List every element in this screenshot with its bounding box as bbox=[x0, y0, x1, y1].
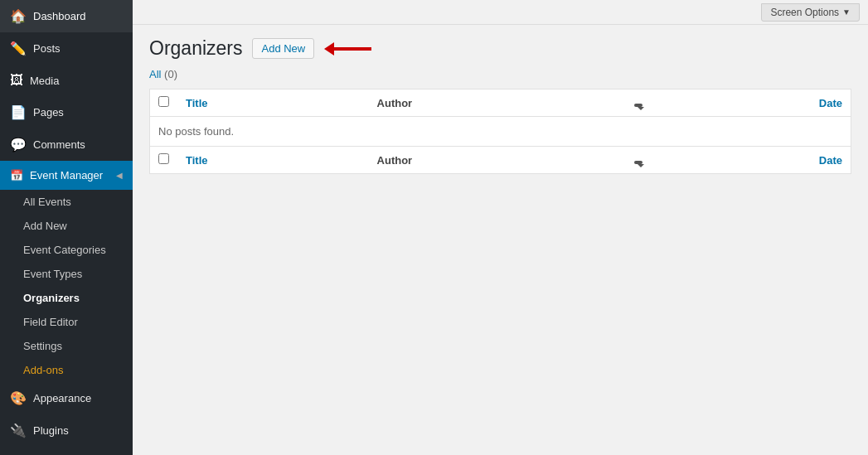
select-all-checkbox[interactable] bbox=[158, 96, 169, 107]
chevron-down-icon: ▼ bbox=[842, 7, 851, 17]
date-col-header[interactable]: Date bbox=[651, 90, 851, 117]
sidebar-item-event-categories[interactable]: Event Categories bbox=[0, 238, 133, 262]
filter-count: (0) bbox=[164, 68, 177, 80]
no-posts-row: No posts found. bbox=[150, 117, 851, 147]
sidebar-item-event-manager[interactable]: 📅 Event Manager ◀ bbox=[0, 161, 133, 190]
sidebar-item-posts[interactable]: ✏️ Posts bbox=[0, 32, 133, 65]
footer-comment-bubble-icon bbox=[634, 161, 643, 164]
comment-col-header bbox=[626, 90, 651, 117]
table-footer: Title Author Date bbox=[150, 147, 851, 174]
footer-date-col[interactable]: Date bbox=[651, 147, 851, 174]
filter-all-link[interactable]: All bbox=[149, 68, 161, 80]
footer-title-col[interactable]: Title bbox=[177, 147, 369, 174]
add-new-button[interactable]: Add New bbox=[252, 38, 314, 59]
sidebar-item-all-events[interactable]: All Events bbox=[0, 190, 133, 214]
sidebar-item-plugins[interactable]: 🔌 Plugins bbox=[0, 414, 133, 447]
page-title-row: Organizers Add New bbox=[149, 37, 851, 60]
arrow-shaft bbox=[334, 47, 371, 51]
event-manager-icon: 📅 bbox=[10, 169, 23, 182]
topbar: Screen Options ▼ bbox=[133, 0, 868, 25]
posts-table: Title Author Date No posts found. bbox=[149, 89, 851, 174]
sidebar-item-organizers[interactable]: Organizers bbox=[0, 286, 133, 310]
sidebar-item-label: Pages bbox=[33, 106, 64, 119]
select-all-col bbox=[150, 90, 178, 117]
sidebar-item-label: Media bbox=[30, 75, 59, 87]
comments-icon: 💬 bbox=[10, 137, 27, 152]
title-col-header[interactable]: Title bbox=[177, 90, 369, 117]
sidebar-item-field-editor[interactable]: Field Editor bbox=[0, 310, 133, 334]
table-footer-row: Title Author Date bbox=[150, 147, 851, 174]
author-col-header: Author bbox=[369, 90, 626, 117]
sidebar-item-label: Posts bbox=[33, 42, 61, 55]
sidebar-item-pages[interactable]: 📄 Pages bbox=[0, 96, 133, 128]
table-body: No posts found. bbox=[150, 117, 851, 147]
sidebar-top-items: 🏠 Dashboard ✏️ Posts 🖼 Media 📄 Pages 💬 C… bbox=[0, 0, 133, 161]
sidebar-item-add-new[interactable]: Add New bbox=[0, 214, 133, 238]
sidebar-item-dashboard[interactable]: 🏠 Dashboard bbox=[0, 0, 133, 32]
screen-options-label: Screen Options bbox=[770, 7, 839, 18]
sidebar-item-label: Plugins bbox=[33, 424, 69, 437]
filter-links: All (0) bbox=[149, 68, 851, 80]
sidebar-bottom-items: 🎨 Appearance 🔌 Plugins bbox=[0, 382, 133, 447]
event-manager-label: Event Manager bbox=[30, 169, 103, 182]
sidebar-item-label: Dashboard bbox=[33, 10, 86, 22]
media-icon: 🖼 bbox=[10, 73, 23, 88]
content-area: Organizers Add New All (0) Title Author bbox=[133, 25, 868, 455]
main-content: Screen Options ▼ Organizers Add New All … bbox=[133, 0, 868, 455]
sidebar-item-settings[interactable]: Settings bbox=[0, 334, 133, 358]
event-subitems: All Events Add New Event Categories Even… bbox=[0, 190, 133, 382]
footer-comment-col bbox=[626, 147, 651, 174]
sidebar-item-event-types[interactable]: Event Types bbox=[0, 262, 133, 286]
page-title: Organizers bbox=[149, 37, 242, 60]
sidebar-item-comments[interactable]: 💬 Comments bbox=[0, 128, 133, 161]
no-posts-message: No posts found. bbox=[150, 117, 851, 147]
chevron-left-icon: ◀ bbox=[116, 171, 123, 180]
comment-bubble-icon bbox=[634, 104, 643, 107]
footer-author-col: Author bbox=[369, 147, 626, 174]
sidebar-item-label: Comments bbox=[33, 138, 85, 151]
sidebar-item-label: Appearance bbox=[33, 392, 91, 404]
dashboard-icon: 🏠 bbox=[10, 8, 27, 24]
arrow-head-icon bbox=[324, 42, 334, 56]
pages-icon: 📄 bbox=[10, 104, 27, 120]
sidebar-item-add-ons[interactable]: Add-ons bbox=[0, 358, 133, 382]
appearance-icon: 🎨 bbox=[10, 390, 27, 406]
plugins-icon: 🔌 bbox=[10, 423, 27, 438]
sidebar: 🏠 Dashboard ✏️ Posts 🖼 Media 📄 Pages 💬 C… bbox=[0, 0, 133, 455]
sidebar-item-appearance[interactable]: 🎨 Appearance bbox=[0, 382, 133, 414]
table-header: Title Author Date bbox=[150, 90, 851, 117]
red-arrow bbox=[324, 42, 371, 56]
footer-select-all-checkbox[interactable] bbox=[158, 153, 169, 164]
screen-options-button[interactable]: Screen Options ▼ bbox=[761, 3, 860, 22]
footer-select-all-col bbox=[150, 147, 178, 174]
posts-icon: ✏️ bbox=[10, 41, 27, 56]
table-header-row: Title Author Date bbox=[150, 90, 851, 117]
sidebar-item-media[interactable]: 🖼 Media bbox=[0, 65, 133, 96]
